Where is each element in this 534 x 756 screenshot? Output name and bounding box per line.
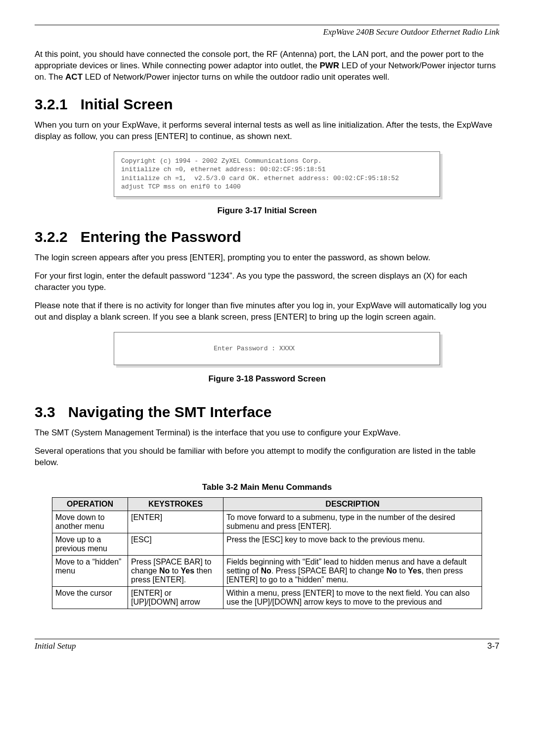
- figure-caption-3-17: Figure 3-17 Initial Screen: [35, 206, 499, 216]
- bold: No: [261, 567, 271, 575]
- bold: No: [159, 567, 170, 575]
- heading-title: Navigating the SMT Interface: [68, 404, 272, 420]
- heading-3-2-2: 3.2.2Entering the Password: [35, 229, 499, 245]
- cell-operation: Move the cursor: [52, 586, 128, 609]
- heading-number: 3.2.2: [35, 229, 68, 245]
- doc-header-title: ExpWave 240B Secure Outdoor Ethernet Rad…: [35, 27, 499, 37]
- sec322-p3: Please note that if there is no activity…: [35, 300, 499, 323]
- table-row: Move to a “hidden” menu Press [SPACE BAR…: [52, 555, 482, 586]
- text: to: [170, 567, 180, 575]
- intro-bold-pwr: PWR: [319, 61, 339, 70]
- cell-keystrokes: [ENTER] or [UP]/[DOWN] arrow: [128, 586, 223, 609]
- cell-keystrokes: [ESC]: [128, 533, 223, 555]
- page-footer: Initial Setup 3-7: [35, 639, 499, 651]
- intro-bold-act: ACT: [65, 72, 83, 82]
- table-row: Move up to a previous menu [ESC] Press t…: [52, 533, 482, 555]
- table-row: Move the cursor [ENTER] or [UP]/[DOWN] a…: [52, 586, 482, 609]
- sec321-para: When you turn on your ExpWave, it perfor…: [35, 120, 499, 142]
- heading-title: Entering the Password: [81, 229, 241, 245]
- bold: Yes: [181, 567, 195, 575]
- cell-description: Fields beginning with “Edit” lead to hid…: [223, 555, 482, 586]
- cell-description: Within a menu, press [ENTER] to move to …: [223, 586, 482, 609]
- console-text-initial: Copyright (c) 1994 - 2002 ZyXEL Communic…: [114, 151, 440, 197]
- col-description: DESCRIPTION: [223, 497, 482, 511]
- intro-text-3: LED of Network/Power injector turns on w…: [83, 72, 390, 82]
- sec33-p1: The SMT (System Management Terminal) is …: [35, 427, 499, 439]
- footer-page-number: 3-7: [487, 641, 499, 651]
- heading-number: 3.2.1: [35, 96, 68, 113]
- heading-title: Initial Screen: [81, 96, 173, 112]
- text: to: [397, 567, 408, 575]
- cell-keystrokes: [ENTER]: [128, 511, 223, 533]
- figure-caption-3-18: Figure 3-18 Password Screen: [35, 374, 499, 384]
- console-text-password: Enter Password : XXXX: [114, 332, 440, 366]
- text: . Press [SPACE BAR] to change: [271, 567, 387, 575]
- table-header-row: OPERATION KEYSTROKES DESCRIPTION: [52, 497, 482, 511]
- sec33-p2: Several operations that you should be fa…: [35, 446, 499, 469]
- cell-description: Press the [ESC] key to move back to the …: [223, 533, 482, 555]
- col-keystrokes: KEYSTROKES: [128, 497, 223, 511]
- main-menu-commands-table: OPERATION KEYSTROKES DESCRIPTION Move do…: [52, 497, 482, 609]
- cell-operation: Move down to another menu: [52, 511, 128, 533]
- bold: No: [386, 567, 397, 575]
- footer-section: Initial Setup: [35, 641, 76, 651]
- bold: Yes: [408, 567, 422, 575]
- col-operation: OPERATION: [52, 497, 128, 511]
- sec322-p2: For your first login, enter the default …: [35, 271, 499, 293]
- console-box-initial: Copyright (c) 1994 - 2002 ZyXEL Communic…: [114, 151, 440, 197]
- sec322-p1: The login screen appears after you press…: [35, 252, 499, 264]
- console-box-password: Enter Password : XXXX: [114, 332, 440, 366]
- cell-operation: Move to a “hidden” menu: [52, 555, 128, 586]
- cell-operation: Move up to a previous menu: [52, 533, 128, 555]
- cell-keystrokes: Press [SPACE BAR] to change No to Yes th…: [128, 555, 223, 586]
- heading-number: 3.3: [35, 404, 55, 421]
- intro-paragraph: At this point, you should have connected…: [35, 49, 499, 83]
- heading-3-3: 3.3Navigating the SMT Interface: [35, 404, 499, 421]
- cell-description: To move forward to a submenu, type in th…: [223, 511, 482, 533]
- table-row: Move down to another menu [ENTER] To mov…: [52, 511, 482, 533]
- heading-3-2-1: 3.2.1Initial Screen: [35, 96, 499, 113]
- table-caption-3-2: Table 3-2 Main Menu Commands: [35, 482, 499, 492]
